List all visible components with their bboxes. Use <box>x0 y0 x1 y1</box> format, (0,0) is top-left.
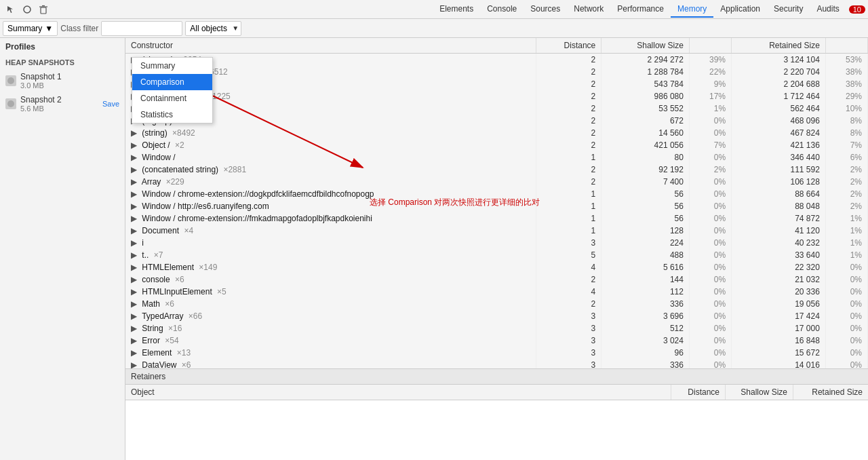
table-row[interactable]: ▶ t.. ×7 5 488 0% 33 640 1% <box>125 249 868 261</box>
row-expander-icon[interactable]: ▶ <box>131 140 137 150</box>
count-badge: ×13 <box>174 348 191 358</box>
cell-constructor: ▶ Window / http://es6.ruanyifeng.com <box>125 200 536 212</box>
row-expander-icon[interactable]: ▶ <box>131 177 137 187</box>
cell-retained-pct: 0% <box>825 298 867 310</box>
tab-performance[interactable]: Performance <box>610 1 671 18</box>
row-expander-icon[interactable]: ▶ <box>131 311 137 321</box>
constructor-name: Array <box>142 177 161 187</box>
devtools-toolbar: Elements Console Sources Network Perform… <box>0 0 868 19</box>
row-expander-icon[interactable]: ▶ <box>131 153 137 162</box>
tab-audits[interactable]: Audits <box>810 1 846 18</box>
cell-retained-pct: 6% <box>825 151 867 164</box>
cell-distance: 1 <box>536 188 601 200</box>
table-row[interactable]: ▶ console ×6 2 144 0% 21 032 0% <box>125 273 868 286</box>
tab-security[interactable]: Security <box>767 1 810 18</box>
cell-retained-pct: 10% <box>825 102 867 115</box>
row-expander-icon[interactable]: ▶ <box>131 336 137 345</box>
table-row[interactable]: ▶ Object ×1109 2 543 784 9% 2 204 688 38… <box>125 78 868 90</box>
snapshot-1-item[interactable]: Snapshot 1 3.0 MB <box>0 69 125 92</box>
summary-label: Summary <box>7 24 42 33</box>
tab-application[interactable]: Application <box>713 1 767 18</box>
table-row[interactable]: ▶ DataView ×6 3 336 0% 14 016 0% <box>125 359 868 368</box>
cell-shallow-size: 224 <box>601 237 690 249</box>
data-table-wrapper[interactable]: Constructor Distance Shallow Size Retain… <box>125 38 868 368</box>
circle-icon[interactable] <box>20 3 34 16</box>
table-row[interactable]: ▶ Window / chrome-extension://fmkadmapgo… <box>125 212 868 225</box>
row-expander-icon[interactable]: ▶ <box>131 128 137 138</box>
table-row[interactable]: ▶ Error ×54 3 3 024 0% 16 848 0% <box>125 334 868 347</box>
cell-retained-pct: 0% <box>825 261 867 273</box>
cell-constructor: ▶ t.. ×7 <box>125 249 536 261</box>
cell-retained-pct: 8% <box>825 127 867 139</box>
profiles-header: Profiles <box>0 38 125 56</box>
table-row[interactable]: ▶ Object / ×2 2 421 056 7% 421 136 7% <box>125 139 868 151</box>
table-row[interactable]: ▶ system / Context ×1225 2 986 080 17% 1… <box>125 90 868 102</box>
row-expander-icon[interactable]: ▶ <box>131 226 137 235</box>
cell-shallow-size: 14 560 <box>601 127 690 139</box>
all-objects-select[interactable]: All objects <box>185 21 241 36</box>
row-expander-icon[interactable]: ▶ <box>131 263 137 272</box>
table-row[interactable]: ▶ (string) ×8492 2 14 560 0% 467 824 8% <box>125 127 868 139</box>
cell-retained-pct: 1% <box>825 237 867 249</box>
row-expander-icon[interactable]: ▶ <box>131 250 137 260</box>
row-expander-icon[interactable]: ▶ <box>131 214 137 223</box>
row-expander-icon[interactable]: ▶ <box>131 324 137 333</box>
row-expander-icon[interactable]: ▶ <box>131 360 137 368</box>
row-expander-icon[interactable]: ▶ <box>131 275 137 284</box>
cell-distance: 3 <box>536 359 601 368</box>
constructor-name: (concatenated string) <box>142 165 218 174</box>
table-row[interactable]: ▶ i 3 224 0% 40 232 1% <box>125 237 868 249</box>
retainers-col-distance: Distance <box>671 385 726 400</box>
content-area: Constructor Distance Shallow Size Retain… <box>125 38 868 460</box>
tab-elements[interactable]: Elements <box>433 1 480 18</box>
row-expander-icon[interactable]: ▶ <box>131 287 137 296</box>
tab-network[interactable]: Network <box>567 1 610 18</box>
tab-memory[interactable]: Memory <box>671 1 713 18</box>
cell-distance: 2 <box>536 66 601 78</box>
table-row[interactable]: ▶ Window / http://es6.ruanyifeng.com 1 5… <box>125 200 868 212</box>
table-row[interactable]: ▶ Document ×4 1 128 0% 41 120 1% <box>125 225 868 237</box>
table-row[interactable]: ▶ (regexp) ×260 2 672 0% 468 096 8% <box>125 115 868 127</box>
snapshot-1-name: Snapshot 1 <box>20 72 119 81</box>
svg-rect-1 <box>41 7 46 14</box>
cell-retained-size: 106 128 <box>732 176 826 188</box>
constructor-name: Window / chrome-extension://fmkadmapgofa… <box>142 214 372 223</box>
row-expander-icon[interactable]: ▶ <box>131 165 137 174</box>
summary-dropdown-button[interactable]: Summary ▼ <box>3 21 58 36</box>
row-expander-icon[interactable]: ▶ <box>131 202 137 211</box>
row-expander-icon[interactable]: ▶ <box>131 189 137 199</box>
table-row[interactable]: ▶ Math ×6 2 336 0% 19 056 0% <box>125 298 868 310</box>
cell-retained-pct: 38% <box>825 78 867 90</box>
table-row[interactable]: ▶ (concatenated string) ×2881 2 92 192 2… <box>125 164 868 176</box>
table-row[interactable]: ▶ (compiled code) ×6512 2 1 288 784 22% … <box>125 66 868 78</box>
table-row[interactable]: ▶ (closure) ×9054 2 2 294 272 39% 3 124 … <box>125 54 868 66</box>
class-filter-input[interactable] <box>101 21 182 36</box>
table-row[interactable]: ▶ HTMLInputElement ×5 4 112 0% 20 336 0% <box>125 286 868 298</box>
snapshot-2-item[interactable]: Snapshot 2 5.6 MB Save <box>0 92 125 115</box>
tab-sources[interactable]: Sources <box>524 1 567 18</box>
table-row[interactable]: ▶ TypedArray ×66 3 3 696 0% 17 424 0% <box>125 310 868 322</box>
row-expander-icon[interactable]: ▶ <box>131 299 137 309</box>
dropdown-item-containment[interactable]: Containment <box>132 90 212 107</box>
trash-icon[interactable] <box>37 3 50 16</box>
table-row[interactable]: ▶ String ×16 3 512 0% 17 000 0% <box>125 322 868 334</box>
dropdown-item-summary[interactable]: Summary <box>132 58 212 74</box>
table-row[interactable]: ▶ Window ×20 2 53 552 1% 562 464 10% <box>125 102 868 115</box>
row-expander-icon[interactable]: ▶ <box>131 348 137 358</box>
table-row[interactable]: ▶ Window / chrome-extension://dogkpdfckl… <box>125 188 868 200</box>
cell-retained-size: 21 032 <box>732 273 826 286</box>
count-badge: ×5 <box>215 287 226 296</box>
cursor-icon[interactable] <box>4 3 18 16</box>
cell-shallow-pct: 9% <box>689 78 731 90</box>
tab-console[interactable]: Console <box>480 1 524 18</box>
dropdown-item-comparison[interactable]: Comparison <box>132 74 212 90</box>
snapshot-2-save-button[interactable]: Save <box>102 100 119 108</box>
row-expander-icon[interactable]: ▶ <box>131 238 137 248</box>
cell-shallow-size: 672 <box>601 115 690 127</box>
table-row[interactable]: ▶ HTMLElement ×149 4 5 616 0% 22 320 0% <box>125 261 868 273</box>
table-row[interactable]: ▶ Window / 1 80 0% 346 440 6% <box>125 151 868 164</box>
cell-distance: 1 <box>536 151 601 164</box>
table-row[interactable]: ▶ Element ×13 3 96 0% 15 672 0% <box>125 347 868 359</box>
dropdown-item-statistics[interactable]: Statistics <box>132 107 212 123</box>
table-row[interactable]: ▶ Array ×229 2 7 400 0% 106 128 2% <box>125 176 868 188</box>
